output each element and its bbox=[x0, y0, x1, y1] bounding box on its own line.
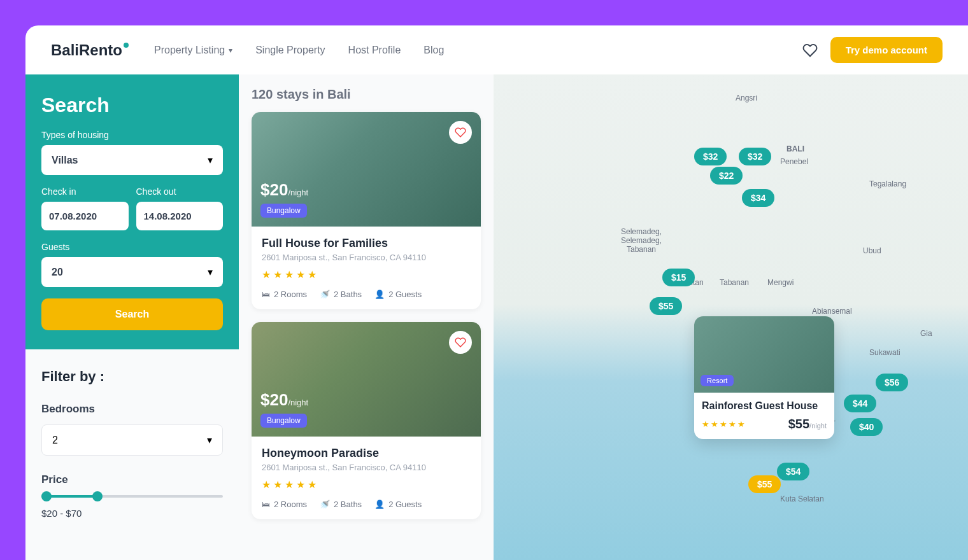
checkin-col: Check in 07.08.2020 bbox=[41, 186, 129, 230]
map-label-tegalalang: Tegalalang bbox=[869, 179, 906, 188]
slider-thumb-max[interactable] bbox=[92, 491, 103, 501]
slider-thumb-min[interactable] bbox=[41, 491, 52, 501]
price-slider[interactable] bbox=[41, 495, 223, 498]
search-panel: Search Types of housing Villas ▾ Check i… bbox=[25, 74, 239, 349]
stat-baths: 🚿2 Baths bbox=[320, 500, 362, 509]
price-label: Price bbox=[41, 473, 223, 486]
bedrooms-select[interactable]: 2 ▾ bbox=[41, 424, 223, 456]
map-price-pin[interactable]: $55 bbox=[650, 297, 682, 315]
listing-address: 2601 Mariposa st., San Francisco, CA 941… bbox=[262, 463, 471, 472]
map-price-pin[interactable]: $15 bbox=[662, 269, 695, 286]
map-label-bali: BALI bbox=[786, 144, 804, 153]
popup-row: ★★★★★ $55/night bbox=[702, 417, 827, 431]
listing-image: $20/night Bungalow bbox=[252, 112, 481, 227]
star-icon: ★ bbox=[262, 269, 271, 281]
housing-label: Types of housing bbox=[41, 130, 223, 140]
star-icon: ★ bbox=[285, 269, 294, 281]
chevron-down-icon: ▾ bbox=[208, 154, 213, 166]
nav-label: Property Listing bbox=[154, 45, 225, 56]
card-body: Honeymoon Paradise 2601 Mariposa st., Sa… bbox=[252, 437, 481, 519]
person-icon: 👤 bbox=[374, 290, 385, 299]
shower-icon: 🚿 bbox=[320, 500, 330, 509]
chevron-down-icon: ▾ bbox=[208, 266, 213, 278]
checkout-label: Check out bbox=[136, 186, 224, 197]
housing-select[interactable]: Villas ▾ bbox=[41, 145, 223, 175]
popup-price-wrap: $55/night bbox=[788, 417, 827, 431]
shower-icon: 🚿 bbox=[320, 290, 330, 299]
map-price-pin[interactable]: $32 bbox=[694, 148, 727, 165]
sidebar: Search Types of housing Villas ▾ Check i… bbox=[25, 74, 239, 560]
checkin-input[interactable]: 07.08.2020 bbox=[41, 202, 129, 230]
map-price-pin[interactable]: $32 bbox=[739, 148, 771, 165]
demo-account-button[interactable]: Try demo account bbox=[830, 37, 943, 63]
listing-card[interactable]: $20/night Bungalow Full House for Famili… bbox=[252, 112, 481, 309]
heart-icon bbox=[455, 337, 466, 348]
favorite-button[interactable] bbox=[449, 331, 472, 354]
map-price-pin[interactable]: $44 bbox=[844, 395, 876, 412]
map-price-pin[interactable]: $56 bbox=[876, 374, 908, 391]
map-label-sukawati: Sukawati bbox=[869, 348, 900, 357]
price-unit: /night bbox=[288, 398, 308, 407]
nav-single-property[interactable]: Single Property bbox=[255, 45, 325, 56]
favorite-button[interactable] bbox=[449, 121, 472, 144]
app-window: BaliRento Property Listing ▾ Single Prop… bbox=[25, 25, 968, 560]
popup-title: Rainforest Guest House bbox=[702, 400, 827, 412]
price-range-text: $20 - $70 bbox=[41, 508, 223, 519]
stat-rooms: 🛏2 Rooms bbox=[262, 500, 307, 509]
card-body: Full House for Families 2601 Mariposa st… bbox=[252, 227, 481, 309]
logo-dot-icon bbox=[124, 43, 129, 48]
logo[interactable]: BaliRento bbox=[51, 41, 129, 59]
star-icon: ★ bbox=[296, 479, 305, 491]
stat-rooms: 🛏2 Rooms bbox=[262, 290, 307, 299]
favorites-button[interactable] bbox=[802, 43, 818, 58]
stat-baths: 🚿2 Baths bbox=[320, 290, 362, 299]
map-price-pin[interactable]: $40 bbox=[850, 418, 883, 436]
map-label-tabanan: Tabanan bbox=[720, 278, 749, 287]
star-icon: ★ bbox=[711, 419, 718, 429]
star-icon: ★ bbox=[737, 419, 745, 429]
nav-blog[interactable]: Blog bbox=[424, 45, 444, 56]
main-nav: Property Listing ▾ Single Property Host … bbox=[154, 45, 777, 56]
filter-title: Filter by : bbox=[41, 368, 223, 385]
listing-title: Honeymoon Paradise bbox=[262, 447, 471, 460]
map-price-pin[interactable]: $34 bbox=[742, 189, 774, 207]
person-icon: 👤 bbox=[374, 500, 385, 509]
bedrooms-label: Bedrooms bbox=[41, 403, 223, 416]
listings-panel: 120 stays in Bali $20/night Bungalow Ful… bbox=[239, 74, 494, 560]
listing-card[interactable]: $20/night Bungalow Honeymoon Paradise 26… bbox=[252, 322, 481, 519]
popup-tag: Resort bbox=[701, 375, 734, 386]
nav-property-listing[interactable]: Property Listing ▾ bbox=[154, 45, 232, 56]
guests-select[interactable]: 20 ▾ bbox=[41, 257, 223, 287]
heart-icon bbox=[802, 43, 818, 58]
map-price-pin-active[interactable]: $55 bbox=[748, 475, 781, 493]
chevron-down-icon: ▾ bbox=[229, 46, 232, 55]
stat-guests: 👤2 Guests bbox=[374, 290, 422, 299]
checkin-label: Check in bbox=[41, 186, 129, 197]
search-button[interactable]: Search bbox=[41, 298, 223, 330]
star-icon: ★ bbox=[720, 419, 727, 429]
star-icon: ★ bbox=[308, 269, 317, 281]
map[interactable]: Angsri BALI Penebel Tegalalang Ubud Sele… bbox=[494, 74, 968, 560]
listing-stats: 🛏2 Rooms 🚿2 Baths 👤2 Guests bbox=[262, 500, 471, 509]
map-label-abiansemal: Abiansemal bbox=[812, 307, 852, 316]
checkout-input[interactable]: 14.08.2020 bbox=[136, 202, 224, 230]
star-icon: ★ bbox=[296, 269, 305, 281]
bedrooms-value: 2 bbox=[52, 435, 58, 446]
map-label-kuta: Kuta Selatan bbox=[780, 494, 824, 503]
nav-host-profile[interactable]: Host Profile bbox=[348, 45, 401, 56]
price-overlay: $20/night Bungalow bbox=[260, 180, 308, 218]
date-row: Check in 07.08.2020 Check out 14.08.2020 bbox=[41, 186, 223, 230]
rating-stars: ★★★★★ bbox=[262, 269, 471, 281]
map-label-ubud: Ubud bbox=[863, 246, 881, 255]
map-label-angsri: Angsri bbox=[736, 94, 757, 102]
popup-stars: ★★★★★ bbox=[702, 419, 745, 429]
filter-panel: Filter by : Bedrooms 2 ▾ Price $20 - $70 bbox=[25, 349, 239, 538]
header-actions: Try demo account bbox=[802, 37, 943, 63]
rating-stars: ★★★★★ bbox=[262, 479, 471, 491]
listing-title: Full House for Families bbox=[262, 237, 471, 250]
star-icon: ★ bbox=[273, 269, 282, 281]
search-title: Search bbox=[41, 94, 223, 117]
map-price-pin[interactable]: $22 bbox=[710, 167, 743, 185]
map-price-pin[interactable]: $54 bbox=[777, 463, 809, 480]
map-popup[interactable]: Resort Rainforest Guest House ★★★★★ $55/… bbox=[694, 316, 834, 439]
